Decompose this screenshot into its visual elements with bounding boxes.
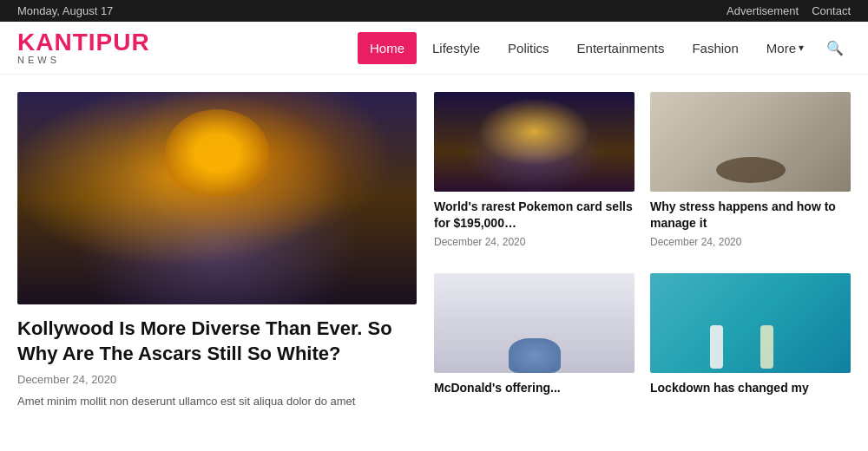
articles-grid: World's rarest Pokemon card sells for $1… [434,92,851,410]
logo[interactable]: KANTIPUR NEWS [17,30,358,65]
article-title: World's rarest Pokemon card sells for $1… [434,199,635,232]
featured-article[interactable]: Kollywood Is More Diverse Than Ever. So … [17,92,417,410]
top-bar-links: Advertisement Contact [727,4,851,17]
featured-date: December 24, 2020 [17,373,417,386]
nav-entertainments[interactable]: Entertainments [565,32,677,64]
featured-image-inner [17,92,417,304]
article-image [434,273,635,373]
featured-excerpt: Amet minim mollit non deserunt ullamco e… [17,393,417,410]
nav-more[interactable]: More ▾ [754,32,816,64]
article-title: Why stress happens and how to manage it [650,199,851,232]
nav-lifestyle[interactable]: Lifestyle [420,32,492,64]
article-image [650,273,851,373]
main-nav: Home Lifestyle Politics Entertainments F… [358,32,851,64]
chevron-down-icon: ▾ [799,42,804,54]
main-content: Kollywood Is More Diverse Than Ever. So … [0,75,868,428]
featured-image [17,92,417,304]
contact-link[interactable]: Contact [812,4,851,17]
article-title: McDonald's offering... [434,380,635,396]
article-card[interactable]: Lockdown has changed my [650,273,851,410]
logo-main: KANTIPUR [17,30,358,55]
article-image [434,92,635,192]
article-card[interactable]: Why stress happens and how to manage it … [650,92,851,258]
logo-sub: NEWS [17,55,358,65]
top-bar: Monday, August 17 Advertisement Contact [0,0,868,22]
top-bar-date: Monday, August 17 [17,4,113,17]
article-card[interactable]: World's rarest Pokemon card sells for $1… [434,92,635,258]
nav-politics[interactable]: Politics [496,32,562,64]
featured-title: Kollywood Is More Diverse Than Ever. So … [17,317,417,366]
search-button[interactable]: 🔍 [819,33,851,63]
nav-home[interactable]: Home [358,32,417,64]
article-title: Lockdown has changed my [650,380,851,396]
article-date: December 24, 2020 [434,236,635,248]
article-card[interactable]: McDonald's offering... [434,273,635,410]
search-icon: 🔍 [826,41,844,56]
article-image [650,92,851,192]
nav-fashion[interactable]: Fashion [680,32,750,64]
header: KANTIPUR NEWS Home Lifestyle Politics En… [0,22,868,75]
advertisement-link[interactable]: Advertisement [727,4,799,17]
article-date: December 24, 2020 [650,236,851,248]
